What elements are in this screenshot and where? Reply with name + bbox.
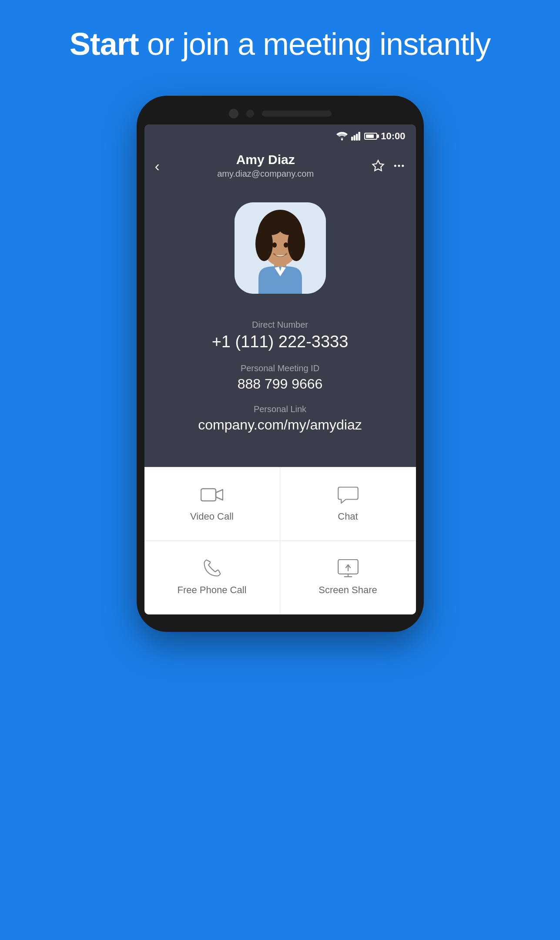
video-call-label: Video Call — [190, 511, 234, 522]
phone-screen: 10:00 ‹ Amy Diaz amy.diaz@company.com — [144, 124, 416, 614]
personal-link-block: Personal Link company.com/my/amydiaz — [144, 404, 416, 433]
signal-icon — [351, 132, 361, 141]
more-options-button[interactable] — [392, 159, 406, 172]
phone-top-hardware — [144, 109, 416, 118]
avatar-image — [235, 202, 326, 294]
phone-icon — [201, 559, 223, 577]
heading-rest: or join a meeting instantly — [139, 27, 490, 61]
svg-point-16 — [271, 216, 290, 230]
nav-center: Amy Diaz amy.diaz@company.com — [160, 152, 372, 179]
favorite-button[interactable] — [372, 159, 385, 172]
screen-share-icon — [337, 559, 359, 577]
meeting-id-block: Personal Meeting ID 888 799 9666 — [144, 363, 416, 392]
meeting-id-value[interactable]: 888 799 9666 — [144, 376, 416, 392]
svg-point-6 — [394, 164, 396, 167]
camera-dot — [229, 109, 238, 118]
video-call-button[interactable]: Video Call — [144, 467, 280, 541]
status-bar: 10:00 — [144, 124, 416, 145]
star-icon — [372, 159, 385, 172]
wifi-icon — [336, 132, 348, 141]
heading-bold: Start — [70, 27, 139, 61]
svg-rect-20 — [201, 489, 216, 501]
meeting-id-label: Personal Meeting ID — [144, 363, 416, 373]
free-phone-call-label: Free Phone Call — [178, 584, 247, 596]
nav-actions — [372, 159, 406, 172]
free-phone-call-button[interactable]: Free Phone Call — [144, 541, 280, 614]
chat-icon — [337, 486, 359, 504]
back-button[interactable]: ‹ — [155, 158, 160, 173]
avatar-section — [144, 189, 416, 311]
chat-button[interactable]: Chat — [280, 467, 416, 541]
svg-rect-4 — [359, 132, 360, 141]
sensor-dot — [246, 110, 254, 118]
chat-label: Chat — [338, 511, 358, 522]
svg-point-18 — [272, 242, 277, 248]
speaker-bar — [262, 111, 332, 117]
svg-point-19 — [284, 242, 288, 248]
status-icons: 10:00 — [336, 131, 405, 142]
contact-email: amy.diaz@company.com — [160, 169, 372, 179]
more-dots-icon — [392, 159, 406, 172]
svg-point-0 — [341, 138, 343, 140]
direct-number-value[interactable]: +1 (111) 222-3333 — [144, 332, 416, 351]
personal-link-label: Personal Link — [144, 404, 416, 414]
direct-number-block: Direct Number +1 (111) 222-3333 — [144, 320, 416, 351]
svg-point-7 — [398, 164, 400, 167]
direct-number-label: Direct Number — [144, 320, 416, 330]
svg-rect-1 — [351, 137, 353, 141]
personal-link-value[interactable]: company.com/my/amydiaz — [144, 417, 416, 433]
svg-point-8 — [402, 164, 404, 167]
contact-nav-bar: ‹ Amy Diaz amy.diaz@company.com — [144, 145, 416, 189]
screen-share-button[interactable]: Screen Share — [280, 541, 416, 614]
page-heading: Start or join a meeting instantly — [0, 26, 560, 62]
battery-icon — [364, 133, 377, 140]
screen-share-label: Screen Share — [319, 584, 377, 596]
phone-mockup: 10:00 ‹ Amy Diaz amy.diaz@company.com — [137, 96, 424, 632]
contact-info-section: Direct Number +1 (111) 222-3333 Personal… — [144, 311, 416, 467]
action-grid: Video Call Chat Free Phone Call — [144, 467, 416, 614]
status-time: 10:00 — [381, 131, 405, 142]
contact-name: Amy Diaz — [160, 152, 372, 167]
video-camera-icon — [201, 486, 223, 504]
phone-shell: 10:00 ‹ Amy Diaz amy.diaz@company.com — [137, 96, 424, 632]
svg-marker-5 — [372, 160, 383, 171]
svg-rect-2 — [354, 135, 355, 141]
svg-rect-3 — [356, 134, 358, 141]
avatar — [235, 202, 326, 294]
